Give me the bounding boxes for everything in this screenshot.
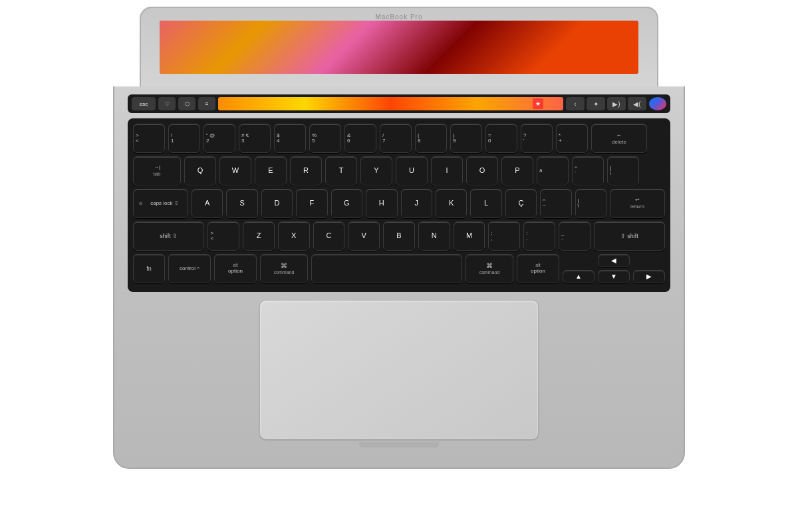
key-8[interactable]: ( 8 <box>415 124 447 153</box>
key-f[interactable]: F <box>296 189 327 218</box>
key-option-right[interactable]: alt option <box>517 254 559 283</box>
key-tab[interactable]: →| tab <box>133 156 181 186</box>
key-tilde[interactable]: | \ <box>575 189 606 218</box>
key-row-bottom: fn control ^ alt option ⌘ command ⌘ comm… <box>133 254 665 283</box>
key-e[interactable]: E <box>255 156 287 186</box>
key-bracket-open[interactable]: â <box>537 156 569 186</box>
screen-content <box>160 21 638 74</box>
key-r[interactable]: R <box>290 156 322 186</box>
key-3[interactable]: # € 3 <box>239 124 271 153</box>
key-m[interactable]: M <box>454 221 485 251</box>
key-w[interactable]: W <box>219 156 251 186</box>
laptop-screen-area: MacBook Pro <box>140 7 658 86</box>
key-period[interactable]: : . <box>523 221 555 251</box>
key-arrow-up[interactable]: ▲ <box>563 270 595 283</box>
esc-label: esc <box>140 101 148 107</box>
key-minus[interactable]: ? ' <box>521 124 553 153</box>
trackpad[interactable] <box>259 300 539 440</box>
key-shift-right[interactable]: ⇧ shift <box>594 221 665 251</box>
key-t[interactable]: T <box>325 156 357 186</box>
trackpad-area <box>128 300 670 440</box>
touch-bar-media[interactable]: ★ <box>218 97 563 110</box>
touch-bar-star: ★ <box>533 98 543 109</box>
key-shift-left[interactable]: shift ⇧ <box>133 221 204 251</box>
key-7[interactable]: / 7 <box>380 124 412 153</box>
key-delete[interactable]: ← delete <box>591 124 647 153</box>
key-backtick[interactable]: > < <box>133 124 165 153</box>
key-x[interactable]: X <box>278 221 310 251</box>
key-2[interactable]: " @ 2 <box>203 124 235 153</box>
key-y[interactable]: Y <box>360 156 392 186</box>
key-1[interactable]: ! 1 <box>168 124 200 153</box>
touch-bar-chevron-left[interactable]: ‹ <box>566 97 585 110</box>
key-a[interactable]: A <box>192 189 223 218</box>
key-comma[interactable]: ; , <box>488 221 520 251</box>
heart-icon: ♡ <box>165 101 170 107</box>
key-0[interactable]: = 0 <box>485 124 517 153</box>
key-quote[interactable]: ^ ~ <box>540 189 571 218</box>
key-command-right[interactable]: ⌘ command <box>466 254 513 283</box>
key-p[interactable]: P <box>501 156 533 186</box>
touch-bar-esc[interactable]: esc <box>132 97 156 110</box>
key-6[interactable]: & 6 <box>344 124 376 153</box>
sliders-icon: ≡ <box>205 101 209 107</box>
arrow-top-row: ◀ <box>563 254 665 267</box>
touch-bar: esc ♡ ⬡ ≡ ★ ‹ ✦ ▶) ◀( <box>128 94 670 113</box>
macbook-logo-text: MacBook Pro <box>375 13 422 21</box>
key-arrow-left[interactable]: ◀ <box>598 254 630 267</box>
key-arrow-down[interactable]: ▼ <box>598 270 630 283</box>
key-caps-lock[interactable]: caps lock ⇧ <box>133 189 188 218</box>
key-l[interactable]: L <box>470 189 501 218</box>
touch-bar-controls: ‹ ✦ ▶) ◀( <box>566 97 646 110</box>
laptop-chassis: esc ♡ ⬡ ≡ ★ ‹ ✦ ▶) ◀( <box>113 86 685 469</box>
key-command-left[interactable]: ⌘ command <box>260 254 308 283</box>
key-row-asdf: caps lock ⇧ A S D F G H J K L Ç ^ ~ | \ <box>133 189 665 218</box>
key-s[interactable]: S <box>226 189 257 218</box>
key-o[interactable]: O <box>466 156 498 186</box>
key-g[interactable]: G <box>331 189 362 218</box>
key-k[interactable]: K <box>436 189 467 218</box>
laptop-container: MacBook Pro esc ♡ ⬡ ≡ ★ ‹ ✦ <box>100 7 698 525</box>
touch-bar-share[interactable]: ⬡ <box>178 97 196 110</box>
screen-display <box>160 21 638 74</box>
key-h[interactable]: H <box>366 189 397 218</box>
touch-bar-volume-up[interactable]: ▶) <box>607 97 626 110</box>
arrow-bottom-row: ▲ ▼ ▶ <box>563 270 665 283</box>
key-bracket-close[interactable]: ^ ` <box>572 156 604 186</box>
key-row-numbers: > < ! 1 " @ 2 # € 3 $ 4 <box>133 124 665 153</box>
key-q[interactable]: Q <box>184 156 216 186</box>
key-slash[interactable]: _ - <box>559 221 591 251</box>
key-d[interactable]: D <box>261 189 293 218</box>
key-backslash[interactable]: | \ <box>607 156 639 186</box>
key-space[interactable] <box>311 254 462 283</box>
key-5[interactable]: % 5 <box>309 124 341 153</box>
key-angle-bracket[interactable]: > < <box>207 221 239 251</box>
key-fn[interactable]: fn <box>133 254 165 283</box>
key-n[interactable]: N <box>418 221 450 251</box>
touch-bar-siri[interactable] <box>649 97 666 110</box>
key-4[interactable]: $ 4 <box>274 124 306 153</box>
keyboard: > < ! 1 " @ 2 # € 3 $ 4 <box>128 118 670 292</box>
key-b[interactable]: B <box>383 221 415 251</box>
key-i[interactable]: I <box>431 156 463 186</box>
key-c[interactable]: C <box>313 221 345 251</box>
touch-bar-sliders[interactable]: ≡ <box>198 97 215 110</box>
bottom-notch <box>359 442 439 448</box>
touch-bar-heart[interactable]: ♡ <box>158 97 176 110</box>
share-icon: ⬡ <box>185 101 190 107</box>
key-arrow-right[interactable]: ▶ <box>633 270 665 283</box>
key-v[interactable]: V <box>348 221 380 251</box>
key-option-left[interactable]: alt option <box>214 254 257 283</box>
key-control[interactable]: control ^ <box>168 254 211 283</box>
key-9[interactable]: ) 9 <box>450 124 482 153</box>
arrow-key-cluster: ◀ ▲ ▼ ▶ <box>563 254 665 283</box>
key-z[interactable]: Z <box>243 221 275 251</box>
key-equals[interactable]: * + <box>556 124 588 153</box>
key-row-zxcv: shift ⇧ > < Z X C V B N M ; , : <box>133 221 665 251</box>
key-j[interactable]: J <box>401 189 432 218</box>
key-u[interactable]: U <box>396 156 428 186</box>
touch-bar-brightness[interactable]: ✦ <box>587 97 605 110</box>
key-return[interactable]: ↩ return <box>610 189 665 218</box>
touch-bar-volume-down[interactable]: ◀( <box>628 97 646 110</box>
key-semicolon[interactable]: Ç <box>505 189 537 218</box>
